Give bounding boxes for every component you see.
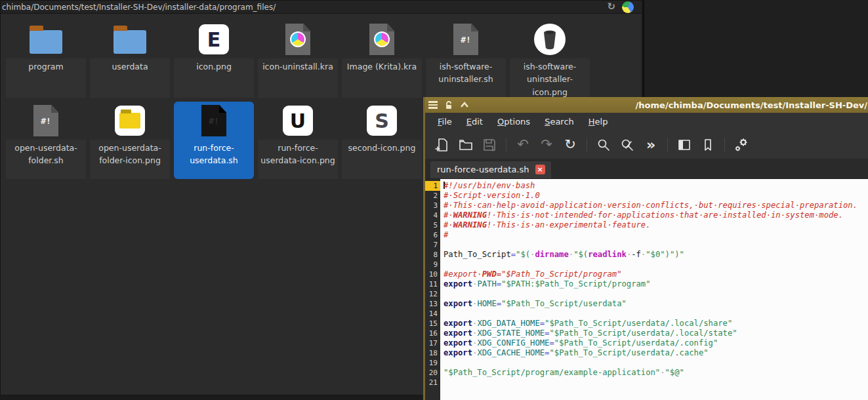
code-line-19: 19 bbox=[425, 358, 868, 368]
desktop-background bbox=[643, 0, 868, 97]
file-item-second-icon-png[interactable]: S second-icon.png bbox=[342, 102, 422, 179]
line-number: 11 bbox=[425, 279, 440, 289]
code-line-12: 12 bbox=[425, 289, 868, 299]
file-item-ish-software-uninstaller-icon-png[interactable]: ish-software-uninstaller-icon.png bbox=[510, 20, 590, 98]
code-text: #export·PWD="$Path_To_Script/program" bbox=[440, 270, 622, 279]
open-folder-button[interactable] bbox=[455, 134, 476, 155]
code-line-6: 6# bbox=[425, 230, 868, 240]
jump-icon: » bbox=[646, 138, 655, 152]
tab-close-icon[interactable]: × bbox=[535, 165, 545, 174]
code-text: #·Script·version·1.0 bbox=[440, 191, 540, 201]
pathbar-actions: ↻ bbox=[607, 1, 642, 13]
menu-edit[interactable]: Edit bbox=[459, 114, 490, 129]
yellow-folder-badge-icon bbox=[115, 106, 145, 136]
toolbar-separator bbox=[724, 138, 725, 152]
code-line-18: 18export·XDG_CACHE_HOME="$Path_To_Script… bbox=[425, 348, 868, 358]
code-text: #·WARNING!·This·is·an·experimental·featu… bbox=[440, 220, 651, 230]
file-item-open-userdata-folder-icon-png[interactable]: open-userdata-folder-icon.png bbox=[90, 102, 170, 179]
menu-options[interactable]: Options bbox=[490, 114, 537, 129]
save-button[interactable] bbox=[479, 134, 500, 155]
open-folder-icon bbox=[459, 138, 473, 152]
editor-titlebar[interactable]: /home/chimba/Documents/test/Installer-SH… bbox=[425, 97, 868, 113]
tab-label: run-force-userdata.sh bbox=[437, 165, 529, 174]
new-file-button[interactable] bbox=[432, 134, 453, 155]
line-number: 3 bbox=[425, 201, 440, 210]
undo-icon: ↶ bbox=[517, 138, 529, 151]
search-replace-icon bbox=[620, 138, 634, 152]
toolbar-separator bbox=[667, 138, 668, 152]
file-item-open-userdata-folder-sh[interactable]: #! open-userdata-folder.sh bbox=[6, 102, 86, 179]
code-text bbox=[440, 260, 444, 270]
redo-button[interactable]: ↷ bbox=[536, 134, 557, 155]
color-wheel-icon[interactable] bbox=[622, 1, 634, 13]
bookmark-icon bbox=[701, 138, 715, 152]
menu-help[interactable]: Help bbox=[581, 114, 615, 129]
menu-file[interactable]: File bbox=[430, 114, 459, 129]
redo-icon: ↷ bbox=[541, 138, 552, 151]
line-number: 17 bbox=[425, 338, 440, 348]
shell-script-icon: #! bbox=[201, 105, 226, 136]
side-panel-icon bbox=[677, 138, 692, 152]
settings-button[interactable] bbox=[731, 134, 752, 155]
color-pie-icon bbox=[374, 31, 390, 47]
current-path: chimba/Documents/test/Installer-SH-Dev/i… bbox=[2, 3, 607, 12]
code-line-21: 21 bbox=[425, 378, 868, 388]
code-line-10: 10#export·PWD="$Path_To_Script/program" bbox=[425, 270, 868, 279]
menu-search[interactable]: Search bbox=[537, 114, 581, 129]
file-label: ish-software-uninstaller-icon.png bbox=[510, 58, 590, 98]
bookmark-button[interactable] bbox=[697, 134, 718, 155]
file-label: icon-uninstall.kra bbox=[258, 58, 338, 98]
code-text: export·HOME="$Path_To_Script/userdata" bbox=[440, 299, 627, 309]
file-item-icon-uninstall-kra[interactable]: icon-uninstall.kra bbox=[258, 20, 338, 98]
code-line-20: 20"$Path_To_Script/program/example-appli… bbox=[425, 368, 868, 378]
window-menu-icon[interactable] bbox=[425, 97, 441, 113]
file-item-icon-png[interactable]: E icon.png bbox=[174, 20, 254, 98]
settings-icon bbox=[734, 137, 749, 153]
tab-run-force-userdata[interactable]: run-force-userdata.sh × bbox=[430, 161, 551, 178]
code-editor-text-area[interactable]: 1#!/usr/bin/env·bash2#·Script·version·1.… bbox=[425, 179, 868, 400]
file-label: userdata bbox=[90, 58, 170, 98]
shade-window-icon[interactable] bbox=[457, 97, 472, 113]
letter-s-icon: S bbox=[367, 106, 397, 136]
window-title: /home/chimba/Documents/test/Installer-SH… bbox=[472, 100, 868, 110]
file-item-image-krita-kra[interactable]: Image (Krita).kra bbox=[342, 20, 422, 98]
search-replace-button[interactable] bbox=[617, 134, 638, 155]
code-line-11: 11export·PATH="$PATH:$Path_To_Script/pro… bbox=[425, 279, 868, 289]
color-pie-icon bbox=[290, 31, 306, 47]
code-line-1: 1#!/usr/bin/env·bash bbox=[425, 181, 868, 191]
code-text: #!/usr/bin/env·bash bbox=[440, 181, 535, 191]
path-bar[interactable]: chimba/Documents/test/Installer-SH-Dev/i… bbox=[1, 1, 642, 14]
side-panel-button[interactable] bbox=[674, 134, 695, 155]
code-text: export·XDG_CONFIG_HOME="$Path_To_Script/… bbox=[440, 338, 718, 348]
search-button[interactable] bbox=[593, 134, 614, 155]
file-item-program[interactable]: program bbox=[6, 20, 86, 98]
shell-script-icon: #! bbox=[33, 105, 58, 136]
line-number: 13 bbox=[425, 299, 440, 309]
unlock-icon[interactable] bbox=[441, 97, 457, 113]
file-label: program bbox=[6, 58, 86, 98]
uninstaller-bucket-icon bbox=[534, 24, 566, 55]
code-line-7: 7 bbox=[425, 240, 868, 250]
refresh-icon[interactable]: ↻ bbox=[607, 2, 615, 12]
letter-e-icon: E bbox=[199, 24, 229, 54]
file-label: run-force-userdata-icon.png bbox=[258, 140, 338, 179]
reload-button[interactable]: ↻ bbox=[560, 134, 581, 155]
file-item-userdata[interactable]: userdata bbox=[90, 20, 170, 98]
code-text: Path_To_Script="$(·dirname·"$(readlink·-… bbox=[440, 250, 684, 260]
code-text: #·This·can·help·avoid·application·versio… bbox=[440, 201, 858, 210]
line-number: 16 bbox=[425, 329, 440, 338]
file-label: second-icon.png bbox=[342, 140, 422, 179]
file-item-run-force-userdata-sh[interactable]: #! run-force-userdata.sh bbox=[174, 102, 254, 179]
line-number: 15 bbox=[425, 319, 440, 329]
code-line-2: 2#·Script·version·1.0 bbox=[425, 191, 868, 201]
line-number: 21 bbox=[425, 378, 440, 388]
line-number: 19 bbox=[425, 358, 440, 368]
code-text: export·XDG_CACHE_HOME="$Path_To_Script/u… bbox=[440, 348, 709, 358]
line-number: 20 bbox=[425, 368, 440, 378]
file-item-ish-software-uninstaller-sh[interactable]: #! ish-software-uninstaller.sh bbox=[426, 20, 506, 98]
file-item-run-force-userdata-icon-png[interactable]: U run-force-userdata-icon.png bbox=[258, 102, 338, 179]
jump-button[interactable]: » bbox=[640, 134, 661, 155]
file-label: icon.png bbox=[174, 58, 254, 98]
undo-button[interactable]: ↶ bbox=[512, 134, 533, 155]
code-line-5: 5#·WARNING!·This·is·an·experimental·feat… bbox=[425, 220, 868, 230]
